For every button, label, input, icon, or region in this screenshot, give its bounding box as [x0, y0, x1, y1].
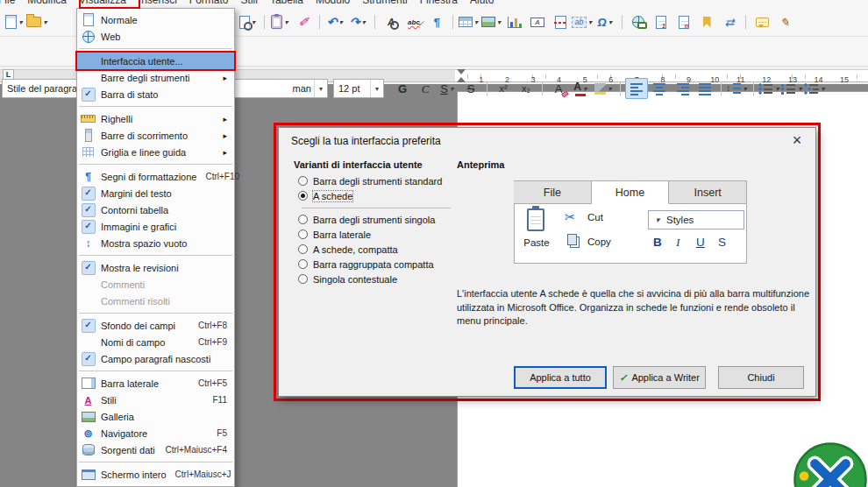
- menu-item[interactable]: Interfaccia utente...: [77, 53, 234, 69]
- menu-item[interactable]: Galleria: [77, 408, 234, 425]
- menu-item-label: Sorgenti dati: [101, 445, 155, 455]
- radio-option[interactable]: Barra degli strumenti singola: [298, 212, 502, 227]
- menubar-item[interactable]: File: [0, 0, 21, 8]
- undo[interactable]: [324, 11, 347, 32]
- font-color[interactable]: A: [570, 78, 593, 99]
- menu-item[interactable]: Griglia e linee guida: [77, 144, 234, 160]
- menu-item[interactable]: Righelli: [77, 110, 234, 127]
- insert-footnote[interactable]: [650, 11, 672, 32]
- menu-item[interactable]: Stili F11: [77, 392, 234, 408]
- insert-endnote[interactable]: [672, 11, 695, 32]
- bullet-list[interactable]: [758, 78, 781, 99]
- menu-item[interactable]: Sfondo dei campi Ctrl+F8: [77, 317, 234, 334]
- print-preview[interactable]: [237, 11, 260, 32]
- radio-label: Singola contestuale: [313, 274, 397, 285]
- menu-item[interactable]: Segni di formattazione Ctrl+F10: [77, 168, 234, 185]
- menu-item[interactable]: Normale: [77, 11, 234, 28]
- align-justify[interactable]: [694, 78, 716, 99]
- font-size-combo[interactable]: 12 pt: [333, 79, 384, 98]
- radio-option[interactable]: Barra laterale: [298, 227, 502, 242]
- menu-item[interactable]: Campo paragrafi nascosti: [77, 350, 234, 367]
- menubar-item[interactable]: Visualizza: [73, 0, 132, 8]
- menubar-item[interactable]: Stili: [235, 0, 264, 8]
- radio-icon: [298, 215, 308, 224]
- menu-item[interactable]: Mostra spazio vuoto: [77, 235, 234, 251]
- menu-item[interactable]: Immagini e grafici: [77, 218, 234, 235]
- italic[interactable]: C: [414, 78, 437, 99]
- menu-item[interactable]: Barra di stato: [77, 86, 234, 102]
- menu-item[interactable]: Nomi di campo Ctrl+F9: [77, 334, 234, 350]
- hyperlink[interactable]: [627, 11, 650, 32]
- radio-option[interactable]: Singola contestuale: [298, 272, 502, 286]
- menu-item[interactable]: Contorni tabella: [77, 201, 234, 218]
- radio-option[interactable]: A schede: [298, 188, 502, 203]
- outline-list[interactable]: [804, 78, 827, 99]
- dropdown-arrow-icon: [581, 85, 589, 93]
- bold[interactable]: G: [391, 78, 414, 99]
- radio-option[interactable]: Barra degli strumenti standard: [298, 173, 502, 188]
- menubar-item[interactable]: Finestra: [414, 0, 464, 8]
- menu-item: Commenti risolti: [77, 293, 234, 309]
- menubar-item[interactable]: Strumenti: [356, 0, 413, 8]
- subscript[interactable]: x₂: [515, 78, 537, 99]
- close-icon[interactable]: [789, 132, 805, 148]
- clear-formatting[interactable]: A: [547, 78, 570, 99]
- menu-item[interactable]: Barre degli strumenti: [77, 69, 234, 86]
- menu-item-shortcut: F5: [208, 428, 227, 438]
- menu-item-label: Sfondo dei campi: [101, 321, 175, 331]
- formatting-marks[interactable]: [425, 11, 448, 32]
- dropdown-arrow-icon[interactable]: [370, 80, 383, 97]
- insert-textbox[interactable]: [526, 11, 549, 32]
- menu-item[interactable]: Schermo intero Ctrl+Maiusc+J: [77, 466, 234, 483]
- options-group-label: Varianti di interfaccia utente: [294, 159, 423, 170]
- menubar-item[interactable]: Modifica: [21, 0, 73, 8]
- insert-chart[interactable]: [503, 11, 526, 32]
- new-document[interactable]: [4, 11, 26, 32]
- menu-item[interactable]: Margini del testo: [77, 185, 234, 201]
- highlight-color[interactable]: [593, 78, 615, 99]
- special-character[interactable]: [594, 11, 617, 32]
- strikethrough[interactable]: S: [459, 78, 482, 99]
- first-line-indent-marker[interactable]: [457, 69, 466, 74]
- menubar-item[interactable]: Formato: [183, 0, 235, 8]
- menu-item[interactable]: Sorgenti dati Ctrl+Maiusc+F4: [77, 441, 234, 458]
- dropdown-arrow-icon[interactable]: [314, 80, 327, 97]
- paste[interactable]: [269, 11, 292, 32]
- menu-item[interactable]: Barra laterale Ctrl+F5: [77, 375, 234, 392]
- menu-item[interactable]: Mostra le revisioni: [77, 259, 234, 276]
- numbered-list[interactable]: [781, 78, 804, 99]
- underline[interactable]: S: [437, 78, 459, 99]
- interface-preview: FileHomeInsert Paste Cut Copy Styles B I…: [514, 180, 747, 264]
- radio-label: Barra degli strumenti singola: [313, 215, 435, 225]
- align-right[interactable]: [671, 78, 694, 99]
- menubar-item[interactable]: Tabella: [264, 0, 309, 8]
- menu-item[interactable]: Navigatore F5: [77, 425, 234, 441]
- radio-option[interactable]: A schede, compatta: [298, 242, 502, 257]
- track-changes[interactable]: [773, 11, 796, 32]
- insert-bookmark[interactable]: [695, 11, 718, 32]
- insert-comment[interactable]: [751, 11, 773, 32]
- open[interactable]: [26, 11, 49, 32]
- clone-formatting[interactable]: [292, 11, 315, 32]
- menubar-item[interactable]: Inserisci: [132, 0, 183, 8]
- align-center[interactable]: [648, 78, 671, 99]
- spelling[interactable]: [402, 11, 425, 32]
- close-button[interactable]: Chiudi: [718, 366, 804, 389]
- menubar-item[interactable]: Modulo: [309, 0, 356, 8]
- page-break[interactable]: [549, 11, 572, 32]
- apply-writer-button[interactable]: Applica a Writer: [613, 366, 706, 389]
- redo[interactable]: [347, 11, 370, 32]
- superscript[interactable]: x²: [492, 78, 515, 99]
- insert-image[interactable]: [480, 11, 503, 32]
- menu-item[interactable]: Barre di scorrimento: [77, 127, 234, 144]
- menubar-item[interactable]: Aiuto: [464, 0, 500, 8]
- apply-all-button[interactable]: Applica a tutto: [514, 366, 607, 389]
- find-replace[interactable]: [380, 11, 402, 32]
- align-left[interactable]: [625, 78, 648, 99]
- menu-item[interactable]: Web: [77, 28, 234, 45]
- cross-reference[interactable]: [718, 11, 741, 32]
- radio-option[interactable]: Barra raggruppata compatta: [298, 257, 502, 272]
- insert-table[interactable]: [458, 11, 480, 32]
- insert-field[interactable]: [572, 11, 594, 32]
- line-spacing[interactable]: [726, 78, 749, 99]
